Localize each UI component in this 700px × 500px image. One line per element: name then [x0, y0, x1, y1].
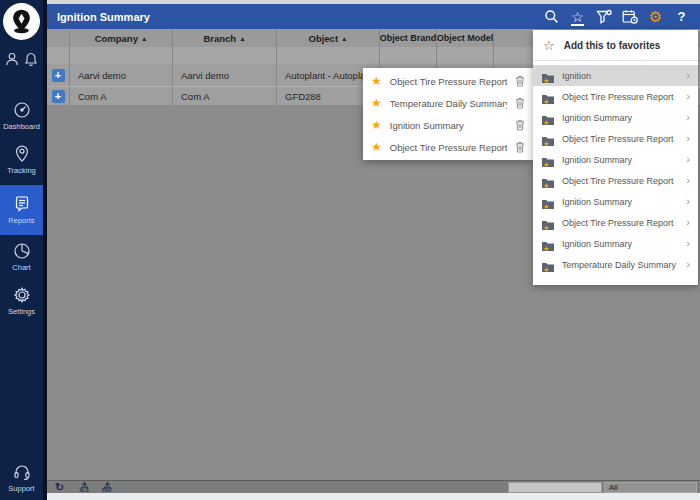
sidebar-item-support[interactable]: Support [0, 462, 43, 493]
report-folder-item[interactable]: ★ Ignition Summary › [533, 233, 698, 254]
folder-favorite-icon: ★ [541, 196, 555, 208]
settings-gear-icon[interactable]: ⚙ [647, 7, 664, 26]
report-folder-item[interactable]: ★ Object Tire Pressure Report › [533, 170, 698, 191]
folder-favorite-icon: ★ [541, 217, 555, 229]
page-size-select[interactable]: All [604, 482, 697, 493]
add-to-favorites-label: Add this to favorites [564, 40, 661, 51]
titlebar-actions: ☆ ⚙ ? [543, 7, 690, 26]
star-filled-icon[interactable]: ★ [371, 119, 382, 131]
folder-star-badge: ★ [543, 245, 549, 252]
report-folder-label: Ignition Summary [562, 113, 679, 123]
chevron-right-icon: › [686, 154, 690, 165]
favorite-item[interactable]: ★ Object Tire Pressure Report [363, 70, 533, 92]
report-folder-item[interactable]: ★ Object Tire Pressure Report › [533, 128, 698, 149]
export-pdf-button[interactable]: PDF [98, 481, 116, 493]
sidebar-item-reports[interactable]: Reports [0, 185, 43, 235]
favorites-star-icon[interactable]: ☆ [569, 7, 586, 26]
page-title: Ignition Summary [57, 11, 150, 23]
sidebar-item-tracking[interactable]: Tracking [0, 144, 43, 175]
footer-search-input[interactable] [508, 482, 602, 493]
cell-branch: Com A [173, 87, 277, 105]
expand-row-button[interactable]: + [52, 69, 65, 82]
gear-icon [12, 285, 32, 305]
report-folder-label: Object Tire Pressure Report [562, 218, 679, 228]
filter-cell-branch[interactable] [173, 47, 277, 64]
report-folder-item[interactable]: ★ Temperature Daily Summary › [533, 254, 698, 275]
report-folder-item[interactable]: ★ Ignition › [533, 65, 698, 86]
column-header-object-brand[interactable]: Object Brand [380, 29, 437, 47]
chevron-right-icon: › [686, 238, 690, 249]
folder-star-badge: ★ [543, 203, 549, 210]
report-folder-label: Ignition Summary [562, 239, 679, 249]
table-header-expand-col [47, 29, 70, 47]
app-logo[interactable] [3, 3, 40, 40]
star-filled-icon[interactable]: ★ [371, 75, 382, 87]
favorite-item[interactable]: ★ Object Tire Pressure Report [363, 136, 533, 158]
report-folder-item[interactable]: ★ Ignition Summary › [533, 107, 698, 128]
star-filled-icon[interactable]: ★ [371, 141, 382, 153]
report-folder-label: Ignition Summary [562, 155, 679, 165]
sidebar-item-label: Dashboard [0, 122, 43, 131]
add-to-favorites-button[interactable]: ☆ Add this to favorites [533, 30, 698, 61]
app-window: Dashboard Tracking Reports [0, 0, 700, 500]
page-size-value: All [609, 483, 618, 492]
report-folder-item[interactable]: ★ Ignition Summary › [533, 191, 698, 212]
folder-star-badge: ★ [543, 182, 549, 189]
sidebar: Dashboard Tracking Reports [0, 0, 47, 500]
sidebar-item-chart[interactable]: Chart [0, 241, 43, 272]
report-folder-item[interactable]: ★ Object Tire Pressure Report › [533, 212, 698, 233]
delete-trash-icon[interactable] [515, 141, 525, 153]
star-outline-icon: ☆ [543, 39, 555, 52]
report-folder-item[interactable]: ★ Ignition Summary › [533, 149, 698, 170]
filter-cell-company[interactable] [70, 47, 173, 64]
favorite-item[interactable]: ★ Temperature Daily Summary [363, 92, 533, 114]
report-folder-label: Ignition [562, 71, 679, 81]
sidebar-item-label: Chart [0, 263, 43, 272]
folder-favorite-icon: ★ [541, 133, 555, 145]
headset-icon [12, 462, 32, 482]
table-footer-toolbar: ↻ XLS PDF All [47, 480, 700, 493]
expand-row-button[interactable]: + [52, 90, 65, 103]
filter-cell-object-model[interactable] [437, 47, 494, 64]
favorite-item-label: Object Tire Pressure Report [390, 142, 507, 153]
sidebar-item-label: Settings [0, 307, 43, 316]
column-header-object-model[interactable]: Object Model [437, 29, 494, 47]
delete-trash-icon[interactable] [515, 97, 525, 109]
column-header-company[interactable]: Company ▲ [70, 29, 173, 47]
column-label: Branch [203, 33, 236, 44]
favorites-active-underline [571, 24, 584, 26]
sidebar-item-dashboard[interactable]: Dashboard [0, 100, 43, 131]
location-pin-logo-icon [5, 5, 38, 38]
column-header-branch[interactable]: Branch ▲ [173, 29, 277, 47]
scheduled-reports-calendar-icon[interactable] [621, 7, 638, 26]
row-expand-cell: + [47, 64, 70, 86]
delete-trash-icon[interactable] [515, 119, 525, 131]
star-glyph: ☆ [571, 10, 584, 24]
favorite-item-label: Temperature Daily Summary [390, 98, 507, 109]
search-icon[interactable] [543, 7, 560, 26]
folder-favorite-icon: ★ [541, 70, 555, 82]
user-icon[interactable] [5, 52, 19, 70]
report-folder-item[interactable]: ★ Object Tire Pressure Report › [533, 86, 698, 107]
folder-star-badge: ★ [543, 98, 549, 105]
star-filled-icon[interactable]: ★ [371, 97, 382, 109]
folder-star-badge: ★ [543, 77, 549, 84]
chevron-right-icon: › [686, 175, 690, 186]
chevron-right-icon: › [686, 217, 690, 228]
column-label: Object Brand [380, 33, 436, 43]
folder-favorite-icon: ★ [541, 154, 555, 166]
notifications-bell-icon[interactable] [24, 52, 38, 70]
delete-trash-icon[interactable] [515, 75, 525, 87]
filter-cell-object-brand[interactable] [380, 47, 437, 64]
help-icon[interactable]: ? [673, 7, 690, 26]
filter-settings-icon[interactable] [595, 7, 612, 26]
column-header-object[interactable]: Object ▲ [277, 29, 380, 47]
cell-branch: Aarvi demo [173, 64, 277, 86]
sidebar-item-settings[interactable]: Settings [0, 285, 43, 316]
cell-company: Aarvi demo [70, 64, 173, 86]
favorites-menu-popup: ☆ Add this to favorites ★ Ignition › [533, 30, 698, 285]
export-xls-button[interactable]: XLS [75, 481, 93, 493]
filter-cell-object[interactable] [277, 47, 380, 64]
favorite-item[interactable]: ★ Ignition Summary [363, 114, 533, 136]
folder-favorite-icon: ★ [541, 91, 555, 103]
